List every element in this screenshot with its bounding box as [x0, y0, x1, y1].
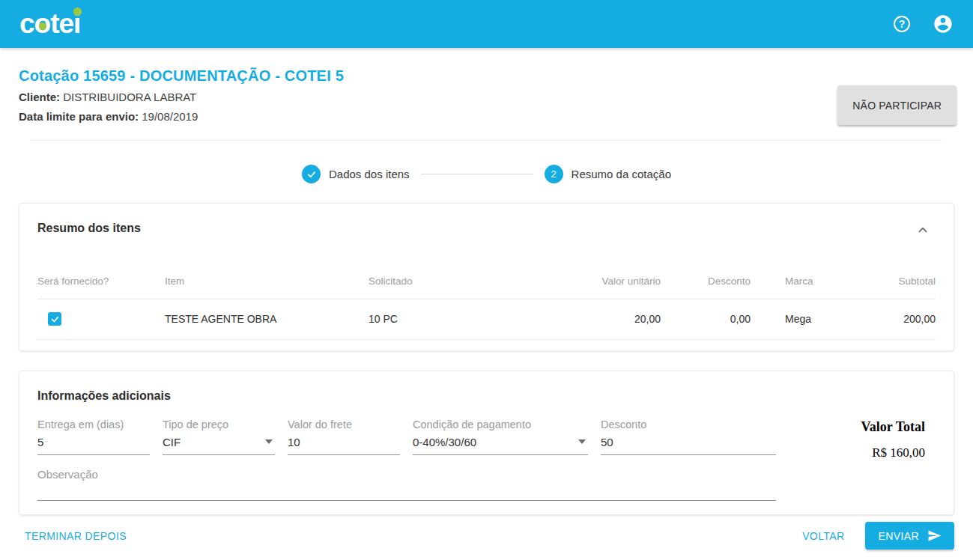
- observacao-field[interactable]: Observação: [37, 467, 776, 501]
- field-value: 0-40%/30/60: [413, 436, 588, 455]
- entrega-em-dias-field[interactable]: Entrega em (dias) 5: [37, 418, 150, 455]
- page-footer: TERMINAR DEPOIS VOLTAR ENVIAR: [0, 522, 973, 550]
- terminar-depois-link[interactable]: TERMINAR DEPOIS: [25, 530, 127, 542]
- step-resumo-da-cotacao[interactable]: 2 Resumo da cotação: [545, 165, 671, 183]
- col-item: Item: [165, 276, 369, 299]
- client-line: Cliente: DISTRIBUIDORA LABRAT: [19, 91, 344, 104]
- logo-i-dot-icon: [73, 7, 82, 16]
- field-value: 5: [37, 436, 150, 455]
- cell-item: TESTE AGENTE OBRA: [165, 299, 369, 340]
- items-table: Será fornecido? Item Solicitado Valor un…: [37, 276, 936, 340]
- selected-option: CIF: [163, 436, 181, 448]
- items-table-header-row: Será fornecido? Item Solicitado Valor un…: [37, 276, 936, 299]
- help-glyph: ?: [899, 18, 906, 30]
- logo-text: cotei: [19, 8, 80, 39]
- field-label: Observação: [37, 467, 776, 481]
- nao-participar-button[interactable]: NÃO PARTICIPAR: [837, 85, 957, 125]
- total-block: Valor Total R$ 160,00: [861, 418, 936, 501]
- stepper-connector: [421, 174, 533, 174]
- topbar-actions: ?: [894, 13, 954, 34]
- quotation-info: Cotação 15659 - DOCUMENTAÇÃO - COTEI 5 C…: [19, 67, 344, 124]
- collapse-card-button[interactable]: [915, 222, 931, 238]
- tipo-de-preco-select[interactable]: Tipo de preço CIF: [163, 418, 275, 455]
- field-label: Desconto: [601, 418, 776, 431]
- additional-info-card: Informações adicionais Entrega em (dias)…: [19, 371, 954, 515]
- form-fields: Entrega em (dias) 5 Tipo de preço CIF Va…: [37, 418, 776, 501]
- cell-subtotal: 200,00: [840, 299, 936, 340]
- cell-desconto: 0,00: [661, 299, 751, 340]
- enviar-label: ENVIAR: [878, 530, 919, 542]
- page-title: Cotação 15659 - DOCUMENTAÇÃO - COTEI 5: [19, 67, 344, 85]
- field-label: Tipo de preço: [163, 418, 275, 431]
- additional-card-title: Informações adicionais: [37, 389, 936, 403]
- field-label: Entrega em (dias): [37, 418, 150, 431]
- voltar-link[interactable]: VOLTAR: [802, 530, 844, 542]
- account-icon[interactable]: [933, 13, 954, 34]
- dropdown-arrow-icon: [578, 439, 586, 444]
- check-icon: [50, 314, 60, 324]
- items-card-header: Resumo dos itens: [37, 222, 936, 238]
- cell-marca: Mega: [751, 299, 840, 340]
- deadline-value: 19/08/2019: [142, 110, 198, 123]
- col-desconto: Desconto: [661, 276, 751, 299]
- field-value: CIF: [163, 436, 275, 455]
- send-icon: [927, 529, 942, 543]
- condicao-de-pagamento-select[interactable]: Condição de pagamento 0-40%/30/60: [413, 418, 588, 455]
- table-row: TESTE AGENTE OBRA 10 PC 20,00 0,00 Mega …: [37, 299, 936, 340]
- topbar: cotei ?: [0, 0, 973, 48]
- supplied-checkbox[interactable]: [48, 312, 61, 326]
- help-icon[interactable]: ?: [894, 16, 910, 32]
- col-marca: Marca: [751, 276, 840, 299]
- app-root: cotei ? Cotação 15659 - DOCUMENTAÇÃO - C…: [0, 0, 973, 560]
- cell-supplied: [37, 299, 165, 340]
- cotei-logo[interactable]: cotei: [19, 0, 80, 48]
- step-label: Dados dos itens: [329, 168, 410, 180]
- step-number-badge: 2: [545, 165, 563, 183]
- step-dados-dos-itens[interactable]: Dados dos itens: [302, 165, 410, 183]
- col-sera-fornecido: Será fornecido?: [37, 276, 165, 299]
- client-label: Cliente:: [19, 91, 60, 103]
- field-label: Valor do frete: [288, 418, 400, 431]
- valor-do-frete-field[interactable]: Valor do frete 10: [288, 418, 400, 455]
- logo-o-dot-icon: [39, 22, 46, 30]
- cell-solicitado: 10 PC: [369, 299, 593, 340]
- stepper: Dados dos itens 2 Resumo da cotação: [0, 165, 973, 183]
- desconto-field[interactable]: Desconto 50: [601, 418, 776, 455]
- total-value: R$ 160,00: [861, 445, 925, 460]
- cell-valor-unitario: 20,00: [593, 299, 661, 340]
- field-value: 50: [601, 436, 776, 455]
- field-label: Condição de pagamento: [413, 418, 588, 431]
- col-subtotal: Subtotal: [840, 276, 936, 299]
- client-value: DISTRIBUIDORA LABRAT: [63, 91, 196, 103]
- field-value: 10: [288, 436, 400, 455]
- step-label: Resumo da cotação: [572, 168, 671, 180]
- footer-actions: VOLTAR ENVIAR: [802, 522, 954, 550]
- items-card-title: Resumo dos itens: [37, 222, 141, 235]
- total-label: Valor Total: [861, 419, 925, 435]
- items-summary-card: Resumo dos itens Será fornecido? Item So…: [19, 203, 954, 351]
- page-header: Cotação 15659 - DOCUMENTAÇÃO - COTEI 5 C…: [0, 48, 973, 125]
- col-valor-unitario: Valor unitário: [593, 276, 661, 299]
- selected-option: 0-40%/30/60: [413, 436, 476, 448]
- step-number: 2: [551, 168, 556, 180]
- col-solicitado: Solicitado: [369, 276, 593, 299]
- step-check-icon: [302, 165, 321, 183]
- field-value: [37, 500, 776, 501]
- enviar-button[interactable]: ENVIAR: [865, 522, 954, 550]
- dropdown-arrow-icon: [265, 439, 273, 444]
- deadline-label: Data limite para envio:: [19, 110, 139, 123]
- account-circle-icon: [933, 13, 954, 34]
- deadline-line: Data limite para envio: 19/08/2019: [19, 110, 344, 124]
- additional-form: Entrega em (dias) 5 Tipo de preço CIF Va…: [37, 418, 936, 501]
- header-divider: [31, 140, 942, 141]
- chevron-up-icon: [915, 222, 931, 238]
- form-row: Entrega em (dias) 5 Tipo de preço CIF Va…: [37, 418, 776, 455]
